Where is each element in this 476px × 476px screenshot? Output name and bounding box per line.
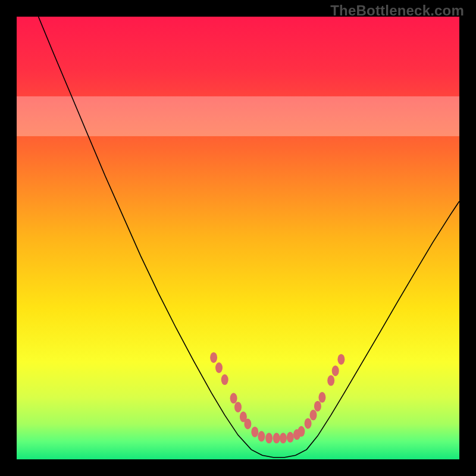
highlight-dot [258,431,265,441]
highlight-dot [310,410,317,421]
highlight-dot [337,354,345,365]
highlight-dot [318,392,325,403]
highlight-dot [265,433,273,443]
highlight-dot [305,418,312,429]
highlight-dot [234,402,242,412]
highlight-dot [221,374,228,385]
highlight-dot [273,433,280,443]
highlight-dot [280,433,287,443]
gradient-background [17,17,459,459]
highlight-dot [210,352,217,363]
highlight-dot [215,362,223,373]
highlight-dot [230,393,237,403]
highlight-dot [332,365,339,376]
watermark-text: TheBottleneck.com [330,2,464,19]
chart-frame: TheBottleneck.com [0,0,476,476]
highlight-dot [244,419,251,430]
highlight-dot [327,375,334,386]
highlight-dot [251,427,258,437]
pale-band [17,96,459,136]
highlight-dot [314,401,321,412]
highlight-dot [287,432,294,443]
bottleneck-chart [17,17,459,459]
highlight-dot [298,426,305,437]
